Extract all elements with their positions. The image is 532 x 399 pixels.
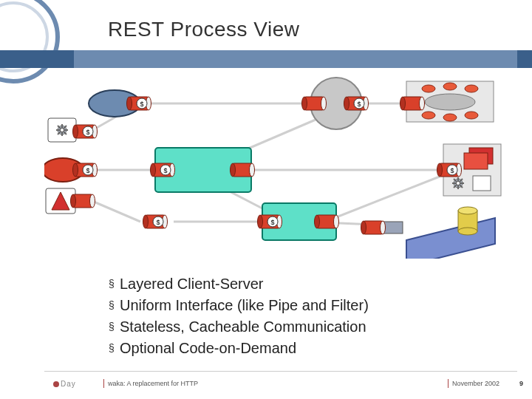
title-underline-bar <box>0 50 532 68</box>
component-server <box>437 144 502 196</box>
logo: Day <box>53 380 76 388</box>
svg-point-37 <box>422 85 435 92</box>
svg-point-38 <box>443 83 457 90</box>
bullet-item: Stateless, Cacheable Communication <box>120 316 366 338</box>
page-number: 9 <box>519 380 523 387</box>
svg-point-36 <box>425 94 475 110</box>
client-agent-2 <box>44 158 98 182</box>
data-store <box>361 207 496 259</box>
client-agent-gear <box>48 118 98 142</box>
svg-point-42 <box>465 112 478 119</box>
svg-line-24 <box>325 174 447 222</box>
cache-connector <box>143 215 168 228</box>
bullet-item: Uniform Interface (like Pipe and Filter) <box>120 295 369 316</box>
svg-point-0 <box>0 0 58 81</box>
bullet-list: §Layered Client-Server §Uniform Interfac… <box>103 273 369 359</box>
svg-marker-47 <box>406 218 495 259</box>
client-agent-3 <box>46 188 95 214</box>
intermediary-2 <box>258 203 339 240</box>
bullet-marker: § <box>103 316 120 338</box>
svg-rect-45 <box>464 153 488 169</box>
svg-rect-46 <box>473 176 491 191</box>
slide-footer: Day waka: A replacement for HTTP Novembe… <box>0 371 532 393</box>
bullet-marker: § <box>103 273 120 295</box>
svg-point-40 <box>422 112 435 119</box>
bullet-marker: § <box>103 338 120 359</box>
intermediary-1 <box>151 148 255 192</box>
bullet-marker: § <box>103 295 120 316</box>
bullet-item: Optional Code-on-Demand <box>120 338 296 359</box>
svg-point-50 <box>458 228 477 235</box>
svg-point-41 <box>443 114 457 121</box>
svg-point-39 <box>465 85 478 92</box>
slide-title: REST Process View <box>108 18 300 41</box>
bullet-item: Layered Client-Server <box>120 273 264 295</box>
client-agent-1 <box>89 90 151 117</box>
footer-date: November 2002 <box>452 380 499 387</box>
origin-server-orb <box>400 81 494 122</box>
footer-left-text: waka: A replacement for HTTP <box>108 380 198 387</box>
svg-line-21 <box>89 200 140 222</box>
svg-point-49 <box>458 207 477 214</box>
rest-process-diagram: $ <box>44 74 502 259</box>
